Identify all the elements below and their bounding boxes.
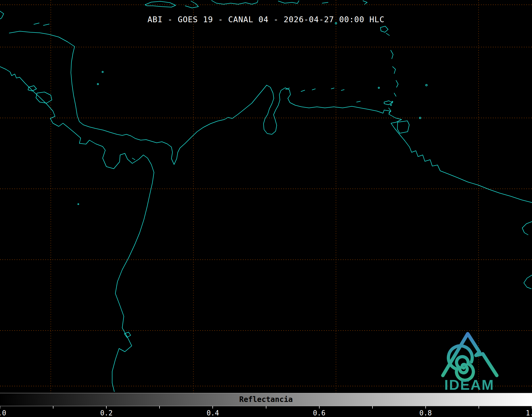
coastlines: [0, 1, 532, 392]
small-island: [390, 104, 392, 106]
bay-islands: [43, 24, 49, 25]
small-island: [331, 88, 334, 89]
small-island: [357, 101, 360, 102]
san-andres-island: [97, 84, 99, 85]
satellite-map-canvas: [0, 0, 532, 417]
colorbar: Reflectancia: [0, 393, 532, 406]
puerto-rico-coast: [278, 1, 299, 3]
guadeloupe-island: [386, 33, 389, 35]
colorbar-tick: [319, 406, 320, 409]
ideam-logo-text: IDEAM: [440, 377, 499, 393]
colorbar-tick-label: 0.4: [207, 409, 219, 417]
st-lucia-island: [396, 80, 398, 87]
satellite-image-page: { "header": { "title": "ABI - GOES 19 - …: [0, 0, 532, 417]
hispaniola-west-coast: [185, 1, 198, 8]
martinique-island: [393, 67, 395, 74]
coast-fragment: [522, 222, 532, 235]
colorbar-tick-label: 0.6: [313, 409, 325, 417]
latlon-grid: [0, 0, 532, 393]
st-vincent-island: [394, 93, 396, 96]
colorbar-label: Reflectancia: [0, 393, 532, 406]
ideam-logo: [443, 334, 497, 380]
barbados-island: [426, 84, 427, 86]
providencia-island: [102, 71, 103, 73]
small-island: [392, 101, 393, 102]
small-island: [378, 87, 380, 89]
colorbar-axis: 0.0 0.2 0.4 0.6 0.8 1.0: [0, 406, 532, 417]
colorbar-tick: [212, 406, 213, 409]
small-island: [78, 204, 79, 205]
colorbar-tick: [0, 406, 0, 409]
hispaniola-south-coast: [212, 1, 258, 4]
small-island: [322, 2, 328, 3]
abc-islands: [312, 89, 315, 90]
margarita-island: [384, 101, 392, 105]
colorbar-tick: [479, 406, 479, 409]
pearl-islands: [132, 158, 135, 160]
grenada-island: [389, 108, 391, 113]
colorbar-tick: [53, 406, 53, 409]
guadeloupe-island: [380, 26, 388, 32]
small-island: [363, 1, 367, 4]
colorbar-tick: [372, 406, 373, 409]
colorbar-tick: [425, 406, 426, 409]
tobago-island: [419, 117, 421, 119]
dominica-island: [391, 50, 393, 59]
abc-islands: [301, 90, 305, 91]
colorbar-tick-label: 0.0: [0, 409, 6, 417]
colorbar-tick-label: 0.2: [100, 409, 113, 417]
image-title: ABI - GOES 19 - CANAL 04 - 2026-04-27 00…: [0, 15, 532, 24]
trinidad-island: [397, 121, 409, 133]
colorbar-tick-label: 0.8: [419, 409, 432, 417]
caribbean-mainland-coast: [9, 31, 532, 203]
coast-fragment: [524, 275, 532, 289]
colorbar-tick: [159, 406, 160, 409]
colorbar-tick: [106, 406, 107, 409]
jamaica-island: [145, 1, 176, 7]
mountain-icon: [443, 334, 497, 375]
small-island: [341, 90, 344, 90]
colorbar-tick: [266, 406, 266, 409]
colorbar-tick-label: 1.0: [526, 409, 532, 417]
